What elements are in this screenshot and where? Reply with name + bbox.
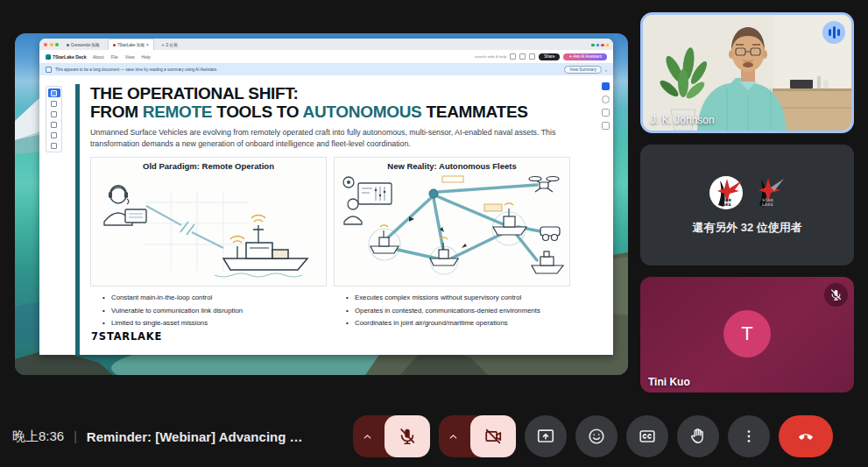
cursor-tool-button[interactable] — [48, 88, 60, 97]
extension-icon[interactable] — [601, 44, 604, 47]
search-hint[interactable]: search web & help — [475, 54, 506, 59]
document-canvas: THE OPERATIONAL SHIFT: FROM REMOTE TOOLS… — [39, 75, 613, 355]
screen-share-tile[interactable]: Crescendo 簡報 7StarLake 簡報 × + 2 分頁 — [15, 33, 628, 375]
extension-app-icon[interactable] — [602, 82, 610, 90]
speaking-indicator-icon — [822, 21, 845, 44]
participant-name: Tini Kuo — [648, 376, 690, 388]
camera-off-button[interactable] — [470, 415, 516, 457]
menu-bar: About File View Help — [93, 54, 151, 60]
captions-button[interactable] — [626, 415, 668, 457]
participant-name: J. K. Johnson — [651, 114, 715, 126]
pen-tool-button[interactable] — [48, 99, 60, 108]
present-screen-icon — [536, 427, 555, 446]
participant-tile-speaker[interactable]: J. K. Johnson — [640, 12, 854, 133]
bullet-item: Operates in contested, communications-de… — [355, 306, 572, 315]
camera-off-icon — [483, 427, 503, 446]
muted-mic-icon — [824, 283, 848, 307]
app-logo-icon — [46, 54, 51, 60]
clip-icon[interactable] — [602, 122, 610, 130]
settings-gear-icon[interactable] — [602, 96, 610, 103]
summary-banner: This appears to be a long document — sav… — [39, 64, 613, 75]
svg-text:LAKE: LAKE — [762, 202, 773, 207]
menu-item[interactable]: Help — [142, 54, 151, 60]
zoom-window-button[interactable] — [55, 43, 59, 46]
shape-tool-button[interactable] — [48, 120, 60, 129]
ai-assistant-button[interactable]: ✦ Ask AI Assistant — [563, 53, 607, 60]
tab-favicon — [67, 44, 69, 46]
bookmark-icon[interactable] — [602, 109, 610, 117]
tab-label: 7StarLake 簡報 — [117, 43, 145, 47]
camera-control[interactable] — [439, 415, 516, 457]
call-controls — [353, 415, 833, 457]
panel-old-paradigm: Old Paradigm: Remote Operation — [90, 157, 327, 287]
menu-item[interactable]: About — [93, 54, 104, 60]
toolbar-right: search web & help Share ✦ Ask AI Assista… — [475, 53, 607, 60]
participant-tile-muted[interactable]: T Tini Kuo — [640, 277, 854, 393]
menu-item[interactable]: File — [111, 54, 118, 60]
chevron-up-icon — [362, 431, 373, 442]
more-options-icon — [740, 428, 758, 445]
end-call-button[interactable] — [779, 415, 833, 457]
browser-tab-strip: Crescendo 簡報 7StarLake 簡報 × + 2 分頁 — [39, 39, 613, 50]
present-screen-button[interactable] — [525, 415, 567, 457]
extension-icon[interactable] — [596, 44, 600, 47]
extension-icon[interactable] — [606, 44, 610, 47]
meeting-info: 晚上8:36 | Reminder: [Webinar] Advancing … — [12, 406, 303, 467]
close-window-button[interactable] — [44, 43, 47, 46]
participant-tile-overflow[interactable]: STAR LAKE STAR LAKE 還有另外 32 位使用者 — [640, 145, 854, 265]
raise-hand-button[interactable] — [677, 415, 719, 457]
tab-favicon — [113, 44, 116, 46]
company-logo: 7STARLAKE — [91, 330, 334, 343]
extension-icon[interactable] — [591, 44, 595, 47]
annotation-toolbar — [46, 86, 62, 152]
starlake-logo-dark: STAR LAKE — [749, 175, 787, 212]
slide-intro: Unmanned Surface Vehicles are evolving f… — [90, 127, 577, 150]
app-brand[interactable]: 7StarLake Deck — [46, 54, 87, 60]
mic-control[interactable] — [353, 415, 430, 457]
banner-actions: View Summary › — [564, 66, 607, 74]
avatar: T — [723, 310, 771, 357]
emoji-smile-icon — [587, 427, 606, 446]
browser-tab-extra[interactable]: + 2 分頁 — [158, 42, 182, 48]
bullet-columns: Constant main-in-the-loop control Vulner… — [90, 293, 577, 343]
raise-hand-icon — [688, 427, 708, 446]
view-summary-button[interactable]: View Summary — [564, 66, 602, 74]
bullet-item: Constant main-in-the-loop control — [111, 293, 328, 302]
collapse-banner-icon[interactable]: › — [605, 67, 607, 73]
highlighter-tool-button[interactable] — [48, 110, 60, 118]
comparison-panels: Old Paradigm: Remote Operation — [90, 157, 570, 287]
comments-icon[interactable] — [519, 53, 526, 60]
panel-title: New Reality: Autonomous Fleets — [335, 161, 569, 171]
slide-title-line2: FROM REMOTE TOOLS TO AUTONOMOUS TEAMMATE… — [90, 103, 594, 121]
present-mode-icon[interactable] — [510, 53, 516, 60]
avatar-initial: T — [741, 322, 752, 345]
bullets-new-reality: Executes complex missions without superv… — [334, 293, 577, 343]
add-tab-icon: + — [162, 43, 165, 47]
more-participants-label: 還有另外 32 位使用者 — [692, 220, 802, 236]
document-icon — [46, 67, 52, 73]
share-button[interactable]: Share — [539, 53, 560, 60]
presentation-slide: THE OPERATIONAL SHIFT: FROM REMOTE TOOLS… — [75, 84, 594, 355]
menu-item[interactable]: View — [125, 54, 135, 60]
participant-avatars: STAR LAKE STAR LAKE — [708, 175, 787, 212]
text-tool-button[interactable] — [48, 131, 60, 139]
reactions-button[interactable] — [575, 415, 617, 457]
bullet-item: Vulnerable to communication link disrupt… — [111, 306, 328, 315]
remote-operation-illustration — [91, 171, 326, 283]
more-options-button[interactable] — [728, 415, 770, 457]
close-tab-icon[interactable]: × — [146, 43, 149, 47]
title-segment: TEAMMATES — [421, 103, 527, 121]
tab-label: 2 分頁 — [166, 43, 177, 47]
brand-label: 7StarLake Deck — [53, 54, 87, 60]
meeting-title: Reminder: [Webinar] Advancing … — [87, 429, 303, 444]
google-meet-window: Crescendo 簡報 7StarLake 簡報 × + 2 分頁 — [0, 0, 868, 467]
chevron-up-icon — [448, 431, 459, 442]
minimize-window-button[interactable] — [50, 43, 53, 46]
autonomous-fleet-illustration — [335, 171, 569, 283]
mic-mute-button[interactable] — [385, 415, 430, 457]
eraser-tool-button[interactable] — [48, 141, 60, 150]
browser-tab-active[interactable]: 7StarLake 簡報 × — [108, 39, 154, 50]
history-icon[interactable] — [529, 53, 535, 60]
browser-tab-home[interactable]: Crescendo 簡報 — [62, 42, 104, 48]
window-controls — [44, 43, 59, 46]
